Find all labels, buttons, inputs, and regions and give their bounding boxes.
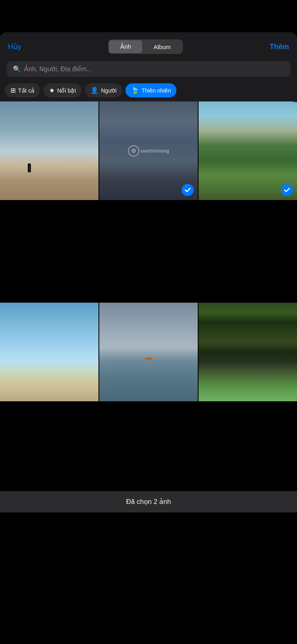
filter-featured[interactable]: ★ Nổi bật (43, 83, 82, 97)
selected-count-text: Đã chọn 2 ảnh (126, 498, 171, 506)
photo-5[interactable] (99, 303, 198, 491)
photo-2[interactable]: ⚙ uantrimang (99, 101, 198, 303)
filter-people[interactable]: 👤 Người (85, 83, 122, 97)
tab-albums[interactable]: Album (142, 40, 182, 53)
leaf-icon: 🍃 (131, 87, 139, 94)
photo-2-check (182, 184, 194, 196)
filter-nature-label: Thiên nhiên (141, 87, 171, 94)
add-button[interactable]: Thêm (270, 43, 289, 51)
star-icon: ★ (49, 87, 55, 94)
photo-4[interactable] (0, 303, 98, 491)
search-container: 🔍 Ảnh, Người, Địa điểm... (0, 60, 297, 81)
filter-all-label: Tất cả (18, 87, 35, 94)
filter-people-label: Người (101, 87, 117, 94)
header: Hủy Ảnh Album Thêm (0, 32, 297, 60)
photo-3-check (281, 184, 293, 196)
search-icon: 🔍 (13, 65, 21, 73)
photo-grid-row1: ⚙ uantrimang (0, 101, 297, 303)
search-bar[interactable]: 🔍 Ảnh, Người, Địa điểm... (6, 61, 291, 77)
filter-featured-label: Nổi bật (57, 87, 76, 94)
photo-6[interactable] (199, 303, 297, 491)
filter-row: ⊞ Tất cả ★ Nổi bật 👤 Người 🍃 Thiên nhiên (0, 81, 297, 101)
grid-icon: ⊞ (10, 87, 16, 94)
segment-control: Ảnh Album (108, 39, 182, 54)
photo-1[interactable] (0, 101, 98, 303)
search-placeholder-text: Ảnh, Người, Địa điểm... (24, 65, 92, 73)
cancel-button[interactable]: Hủy (8, 42, 21, 51)
filter-nature[interactable]: 🍃 Thiên nhiên (125, 83, 176, 97)
photo-3[interactable] (199, 101, 297, 303)
tab-photos[interactable]: Ảnh (109, 40, 142, 53)
photo-grid-row2 (0, 303, 297, 491)
filter-all[interactable]: ⊞ Tất cả (5, 83, 40, 97)
bottom-bar: Đã chọn 2 ảnh (0, 491, 297, 512)
person-icon: 👤 (90, 87, 98, 94)
